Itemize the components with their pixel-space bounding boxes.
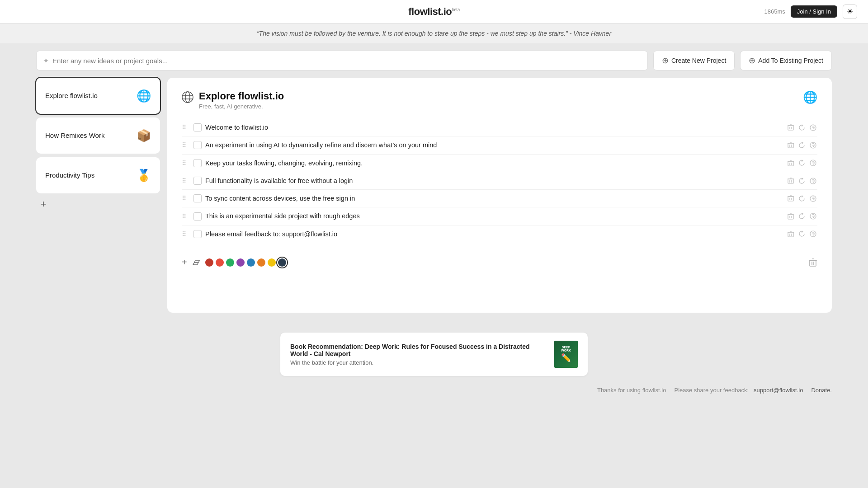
task-remix-button[interactable] (809, 230, 817, 238)
svg-point-17 (812, 145, 813, 145)
task-delete-button[interactable] (787, 141, 795, 149)
task-refresh-button[interactable] (797, 141, 806, 150)
drag-handle-icon[interactable]: ⠿ (182, 177, 190, 184)
create-circle-icon: ⊕ (662, 56, 669, 66)
task-checkbox[interactable] (193, 123, 202, 131)
svg-point-31 (812, 180, 813, 181)
footer-thanks: Thanks for using flowlist.io (597, 387, 666, 394)
task-refresh-button[interactable] (797, 212, 806, 221)
color-dot[interactable] (205, 258, 213, 267)
task-row: ⠿ This is an experimental side project w… (182, 207, 817, 225)
task-row: ⠿ To sync content across devices, use th… (182, 190, 817, 207)
task-checkbox[interactable] (193, 194, 202, 202)
content-header-left: Explore flowlist.io Free, fast, AI gener… (182, 90, 284, 110)
sidebar-item-explore[interactable]: Explore flowlist.io 🌐 (36, 78, 160, 114)
task-actions (787, 141, 817, 150)
theme-toggle-button[interactable]: ☀ (843, 5, 857, 19)
task-refresh-button[interactable] (797, 159, 806, 167)
nav-right: 1865ms Join / Sign In ☀ (764, 5, 857, 19)
sidebar-item-remixes-label: How Remixes Work (45, 131, 104, 140)
task-row: ⠿ An experiment in using AI to dynamical… (182, 136, 817, 154)
task-row: ⠿ Keep your tasks flowing, changing, evo… (182, 155, 817, 172)
create-new-project-button[interactable]: ⊕ Create New Project (653, 51, 735, 70)
svg-rect-4 (788, 126, 793, 130)
erase-button[interactable] (192, 258, 201, 267)
task-checkbox[interactable] (193, 177, 202, 185)
task-actions (787, 194, 817, 203)
app-logo: flowlist.iobeta (408, 6, 459, 18)
book-subtitle: Win the battle for your attention. (290, 359, 540, 366)
main-content: Explore flowlist.io Free, fast, AI gener… (167, 78, 832, 313)
task-checkbox[interactable] (193, 212, 202, 221)
svg-rect-39 (788, 215, 793, 219)
task-checkbox[interactable] (193, 141, 202, 149)
task-row: ⠿ Full functionality is available for fr… (182, 172, 817, 190)
svg-rect-46 (788, 232, 793, 237)
drag-handle-icon[interactable]: ⠿ (182, 124, 190, 131)
task-remix-button[interactable] (809, 194, 817, 203)
task-delete-button[interactable] (787, 177, 795, 185)
task-remix-button[interactable] (809, 123, 817, 132)
task-refresh-button[interactable] (797, 177, 806, 185)
task-row: ⠿ Welcome to flowlist.io (182, 119, 817, 136)
search-input[interactable] (52, 57, 641, 65)
sidebar: Explore flowlist.io 🌐 How Remixes Work 📦… (36, 78, 167, 313)
task-actions (787, 159, 817, 167)
add-to-existing-project-button[interactable]: ⊕ Add To Existing Project (740, 51, 832, 70)
color-dot[interactable] (226, 258, 234, 267)
task-actions (787, 230, 817, 238)
drag-handle-icon[interactable]: ⠿ (182, 213, 190, 220)
task-text: Full functionality is available for free… (205, 176, 783, 185)
color-dot[interactable] (257, 258, 265, 267)
sidebar-remixes-icon: 📦 (137, 130, 151, 141)
content-title-block: Explore flowlist.io Free, fast, AI gener… (199, 90, 284, 110)
drag-handle-icon[interactable]: ⠿ (182, 195, 190, 202)
task-delete-button[interactable] (787, 212, 795, 221)
svg-point-38 (812, 198, 813, 199)
task-checkbox[interactable] (193, 230, 202, 238)
task-refresh-button[interactable] (797, 230, 806, 238)
task-remix-button[interactable] (809, 212, 817, 221)
task-remix-button[interactable] (809, 141, 817, 150)
task-list: ⠿ Welcome to flowlist.io (182, 119, 817, 243)
footer-feedback-label: Please share your feedback: (674, 387, 749, 394)
search-input-wrap: ✦ (36, 51, 648, 70)
sidebar-item-remixes[interactable]: How Remixes Work 📦 (36, 117, 160, 154)
task-remix-button[interactable] (809, 159, 817, 167)
drag-handle-icon[interactable]: ⠿ (182, 160, 190, 167)
delete-button[interactable] (808, 258, 817, 267)
add-task-button[interactable]: + (182, 257, 187, 267)
sidebar-item-productivity[interactable]: Productivity Tips 🥇 (36, 157, 160, 193)
page-footer: Thanks for using flowlist.io Please shar… (0, 380, 868, 401)
color-dot[interactable] (247, 258, 255, 267)
task-remix-button[interactable] (809, 177, 817, 185)
drag-handle-icon[interactable]: ⠿ (182, 230, 190, 238)
quote-text: “The vision must be followed by the vent… (257, 30, 611, 37)
color-dot[interactable] (236, 258, 245, 267)
color-dot[interactable] (216, 258, 224, 267)
task-row: ⠿ Please email feedback to: support@flow… (182, 225, 817, 243)
task-refresh-button[interactable] (797, 194, 806, 203)
task-delete-button[interactable] (787, 194, 795, 202)
task-checkbox[interactable] (193, 159, 202, 167)
task-delete-button[interactable] (787, 123, 795, 131)
task-refresh-button[interactable] (797, 123, 806, 132)
task-delete-button[interactable] (787, 230, 795, 238)
footer-feedback-email[interactable]: support@flowlist.io (754, 387, 803, 394)
footer-left: + (182, 257, 286, 267)
book-text: Book Recommendation: Deep Work: Rules fo… (290, 343, 540, 366)
footer-donate-link[interactable]: Donate. (811, 387, 832, 394)
signin-button[interactable]: Join / Sign In (791, 5, 837, 18)
color-dot[interactable] (268, 258, 276, 267)
sidebar-add-button[interactable]: + (36, 197, 51, 211)
color-dot[interactable] (278, 258, 286, 267)
book-cover: DEEPWORK ✏️ (554, 341, 578, 368)
svg-rect-11 (788, 143, 793, 148)
task-delete-button[interactable] (787, 159, 795, 167)
book-rec-wrapper: Book Recommendation: Deep Work: Rules fo… (0, 313, 868, 380)
sidebar-item-explore-label: Explore flowlist.io (45, 91, 98, 100)
book-title: Book Recommendation: Deep Work: Rules fo… (290, 343, 540, 357)
quote-banner: “The vision must be followed by the vent… (0, 23, 868, 43)
drag-handle-icon[interactable]: ⠿ (182, 141, 190, 149)
top-nav: flowlist.iobeta 1865ms Join / Sign In ☀ (0, 0, 868, 23)
